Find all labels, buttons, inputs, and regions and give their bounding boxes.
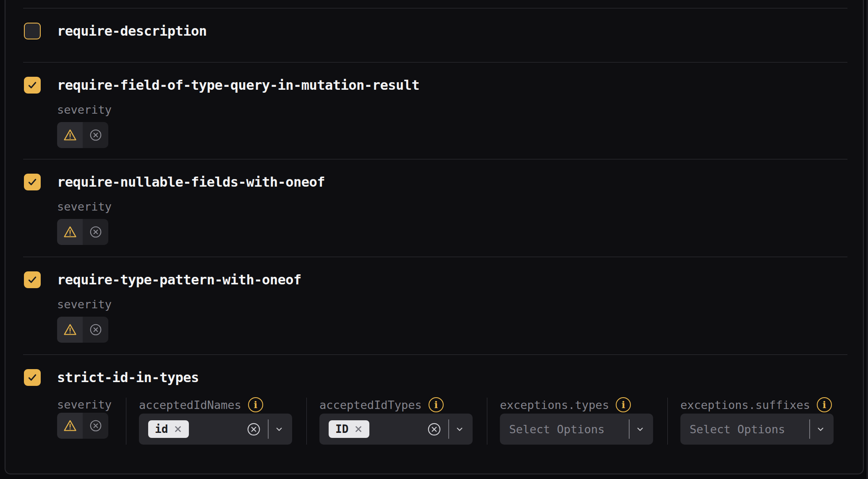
remove-tag-icon[interactable] — [354, 425, 363, 433]
select-separator — [809, 419, 810, 439]
tag-label: id — [155, 423, 168, 435]
config-col-exceptions-types: exceptions.types i Select Options — [487, 398, 667, 445]
severity-warn-button[interactable] — [57, 219, 83, 245]
circle-x-icon — [89, 419, 102, 432]
severity-label: severity — [57, 200, 847, 214]
tag-label: ID — [335, 423, 348, 435]
rule-name: require-description — [57, 23, 207, 39]
severity-label: severity — [57, 398, 112, 412]
info-icon[interactable]: i — [616, 397, 631, 412]
clear-selection-button[interactable] — [427, 422, 442, 437]
rule-checkbox-checked[interactable] — [24, 77, 41, 94]
severity-off-button[interactable] — [83, 122, 108, 148]
acceptedIdNames-multiselect[interactable]: id — [139, 414, 292, 445]
severity-off-button[interactable] — [83, 219, 108, 245]
exceptions-types-multiselect[interactable]: Select Options — [500, 414, 653, 445]
rule-name: require-nullable-fields-with-oneof — [57, 174, 325, 190]
exceptions-suffixes-multiselect[interactable]: Select Options — [680, 414, 834, 445]
rule-name: require-type-pattern-with-oneof — [57, 272, 301, 288]
severity-warn-button[interactable] — [57, 413, 83, 439]
chevron-down-icon[interactable] — [635, 424, 646, 435]
circle-x-icon — [89, 128, 102, 142]
chevron-down-icon[interactable] — [274, 424, 285, 435]
circle-x-icon — [427, 422, 442, 437]
config-col-exceptions-suffixes: exceptions.suffixes i Select Options — [667, 398, 848, 445]
rule-checkbox-checked[interactable] — [24, 369, 41, 386]
severity-off-button[interactable] — [83, 317, 108, 343]
severity-toggle — [57, 122, 108, 148]
acceptedIdTypes-multiselect[interactable]: ID — [319, 414, 473, 445]
warning-triangle-icon — [63, 225, 78, 239]
warning-triangle-icon — [63, 128, 78, 142]
info-icon[interactable]: i — [817, 397, 832, 412]
rule-checkbox-checked[interactable] — [24, 271, 41, 288]
rule-row-require-nullable-fields-with-oneof: require-nullable-fields-with-oneof sever… — [23, 159, 847, 257]
rule-checkbox-checked[interactable] — [24, 174, 41, 190]
config-col-acceptedIdNames: acceptedIdNames i id — [126, 398, 306, 445]
right-edge-divider — [867, 0, 868, 479]
checkmark-icon — [27, 372, 38, 383]
config-col-severity: severity — [57, 398, 126, 445]
severity-off-button[interactable] — [83, 413, 108, 439]
rule-config-row: severity acceptedIdNames i — [57, 398, 847, 445]
chevron-down-icon[interactable] — [815, 424, 826, 435]
clear-selection-button[interactable] — [246, 422, 261, 437]
info-icon[interactable]: i — [429, 397, 444, 412]
info-icon[interactable]: i — [248, 397, 263, 412]
option-label: acceptedIdTypes — [319, 398, 422, 411]
remove-tag-icon[interactable] — [174, 425, 182, 433]
circle-x-icon — [89, 323, 102, 336]
warning-triangle-icon — [63, 323, 78, 337]
select-separator — [268, 419, 269, 439]
selected-tag: ID — [329, 420, 369, 438]
selected-tag: id — [148, 420, 189, 438]
circle-x-icon — [89, 225, 102, 239]
rule-name: require-field-of-type-query-in-mutation-… — [57, 77, 419, 93]
config-col-acceptedIdTypes: acceptedIdTypes i ID — [306, 398, 487, 445]
rule-row-require-type-pattern-with-oneof: require-type-pattern-with-oneof severity — [23, 257, 847, 354]
circle-x-icon — [246, 422, 261, 437]
chevron-down-icon[interactable] — [454, 424, 465, 435]
rule-name: strict-id-in-types — [57, 370, 199, 385]
severity-toggle — [57, 413, 108, 439]
checkmark-icon — [27, 274, 38, 285]
rule-checkbox-unchecked[interactable] — [24, 23, 41, 39]
severity-warn-button[interactable] — [57, 317, 83, 343]
select-placeholder: Select Options — [509, 423, 629, 436]
option-label: acceptedIdNames — [139, 398, 241, 411]
severity-label: severity — [57, 103, 847, 117]
rule-row-strict-id-in-types: strict-id-in-types severity acceptedI — [23, 354, 847, 474]
checkmark-icon — [27, 177, 38, 187]
select-separator — [448, 419, 449, 439]
severity-toggle — [57, 219, 108, 245]
severity-warn-button[interactable] — [57, 122, 83, 148]
rule-row-require-field-of-type-query-in-mutation-result: require-field-of-type-query-in-mutation-… — [23, 62, 847, 159]
checkmark-icon — [27, 80, 38, 91]
option-label: exceptions.suffixes — [680, 398, 810, 411]
select-separator — [629, 419, 630, 439]
rules-panel: require-description require-field-of-typ… — [5, 0, 864, 474]
severity-toggle — [57, 317, 108, 343]
severity-label: severity — [57, 297, 847, 312]
select-placeholder: Select Options — [690, 423, 809, 436]
warning-triangle-icon — [63, 419, 78, 433]
rule-row-require-description: require-description — [23, 8, 847, 62]
option-label: exceptions.types — [500, 398, 609, 411]
